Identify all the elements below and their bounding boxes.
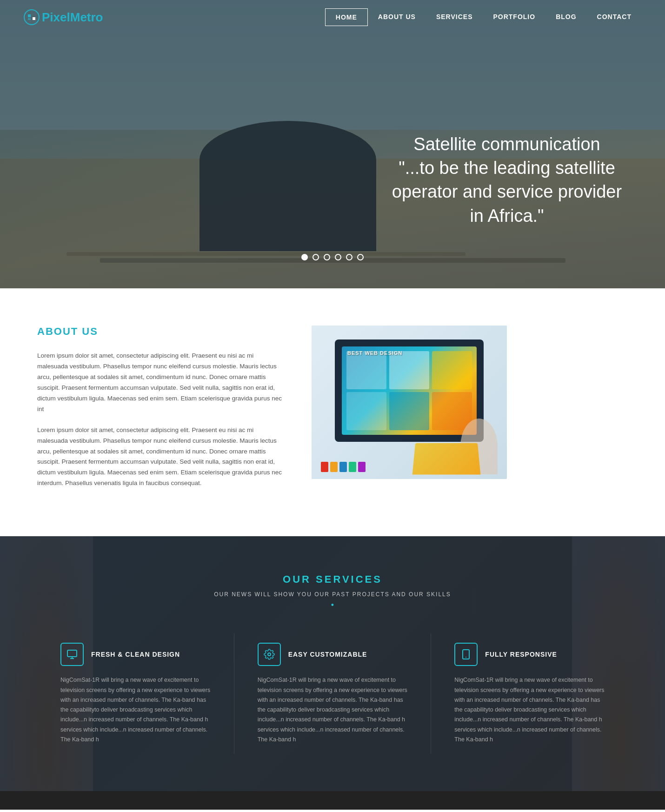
mobile-icon [460, 649, 472, 660]
service-col-1: FRESH & CLEAN DESIGN NigComSat-1R will b… [37, 633, 234, 754]
logo-icon [23, 9, 40, 26]
about-image: BEST WEB DESIGN [312, 326, 507, 479]
svg-point-0 [24, 10, 39, 25]
about-heading: ABOUT US [37, 326, 284, 338]
nav-home[interactable]: HOME [325, 8, 368, 26]
services-heading: OUR SERVICES [37, 573, 628, 586]
slider-dot-4[interactable] [335, 254, 341, 260]
screen-label: BEST WEB DESIGN [347, 350, 402, 356]
service-icon-monitor [60, 643, 84, 666]
gear-icon [264, 649, 275, 660]
service-col-2: EASY CUSTOMIZABLE NigComSat-1R will brin… [234, 633, 432, 754]
hero-title: Satellite communication "...to be the le… [386, 133, 628, 228]
slider-dot-2[interactable] [313, 254, 319, 260]
service-icon-row-3: FULLY RESPONSIVE [454, 643, 605, 666]
monitor-shape: BEST WEB DESIGN [335, 339, 484, 442]
services-subtitle: OUR NEWS WILL SHOW YOU OUR PAST PROJECTS… [37, 591, 628, 598]
nav-portfolio[interactable]: PORTFOLIO [483, 8, 545, 26]
service-title-2: EASY CUSTOMIZABLE [288, 651, 367, 658]
page-footer [0, 791, 665, 810]
laptop-shape [412, 443, 481, 475]
nav-contact[interactable]: CONTACT [587, 8, 642, 26]
slider-dot-5[interactable] [346, 254, 352, 260]
service-icon-gear [258, 643, 281, 666]
service-title-1: FRESH & CLEAN DESIGN [91, 651, 180, 658]
monitor-icon [66, 649, 78, 660]
monitor-screen: BEST WEB DESIGN [342, 346, 477, 435]
site-header: PixelMetro HOME ABOUT US SERVICES PORTFO… [0, 0, 665, 34]
service-desc-2: NigComSat-1R will bring a new wave of ex… [258, 675, 408, 745]
services-grid: FRESH & CLEAN DESIGN NigComSat-1R will b… [37, 633, 628, 754]
about-text: ABOUT US Lorem ipsum dolor sit amet, con… [37, 326, 284, 499]
hero-section: Satellite communication "...to be the le… [0, 0, 665, 288]
about-section: ABOUT US Lorem ipsum dolor sit amet, con… [0, 288, 665, 536]
svg-rect-4 [67, 650, 77, 657]
nav-about[interactable]: ABOUT US [368, 8, 426, 26]
service-icon-mobile [454, 643, 478, 666]
logo[interactable]: PixelMetro [23, 9, 103, 26]
slider-dots [301, 254, 364, 260]
about-para1: Lorem ipsum dolor sit amet, consectetur … [37, 351, 284, 415]
about-para2: Lorem ipsum dolor sit amet, consectetur … [37, 425, 284, 489]
logo-brand2: Metro [70, 10, 103, 24]
screen-content [346, 351, 472, 430]
svg-rect-2 [33, 17, 35, 20]
services-inner: OUR SERVICES OUR NEWS WILL SHOW YOU OUR … [37, 573, 628, 754]
service-desc-3: NigComSat-1R will bring a new wave of ex… [454, 675, 605, 745]
logo-brand: Pixel [42, 10, 70, 24]
slider-dot-6[interactable] [357, 254, 364, 260]
slider-dot-3[interactable] [324, 254, 330, 260]
service-desc-1: NigComSat-1R will bring a new wave of ex… [60, 675, 211, 745]
slider-dot-1[interactable] [301, 254, 308, 260]
services-dot: • [37, 600, 628, 610]
about-image-placeholder: BEST WEB DESIGN [312, 326, 507, 479]
svg-rect-3 [28, 18, 31, 20]
services-section: OUR SERVICES OUR NEWS WILL SHOW YOU OUR … [0, 536, 665, 791]
service-title-3: FULLY RESPONSIVE [485, 651, 557, 658]
hero-content: Satellite communication "...to be the le… [386, 133, 628, 228]
svg-point-7 [268, 653, 271, 656]
service-col-3: FULLY RESPONSIVE NigComSat-1R will bring… [431, 633, 628, 754]
main-nav: HOME ABOUT US SERVICES PORTFOLIO BLOG CO… [325, 8, 642, 26]
service-icon-row-2: EASY CUSTOMIZABLE [258, 643, 408, 666]
color-swatches [321, 462, 366, 472]
service-icon-row-1: FRESH & CLEAN DESIGN [60, 643, 211, 666]
svg-rect-1 [28, 14, 31, 17]
nav-blog[interactable]: BLOG [545, 8, 586, 26]
nav-services[interactable]: SERVICES [426, 8, 483, 26]
